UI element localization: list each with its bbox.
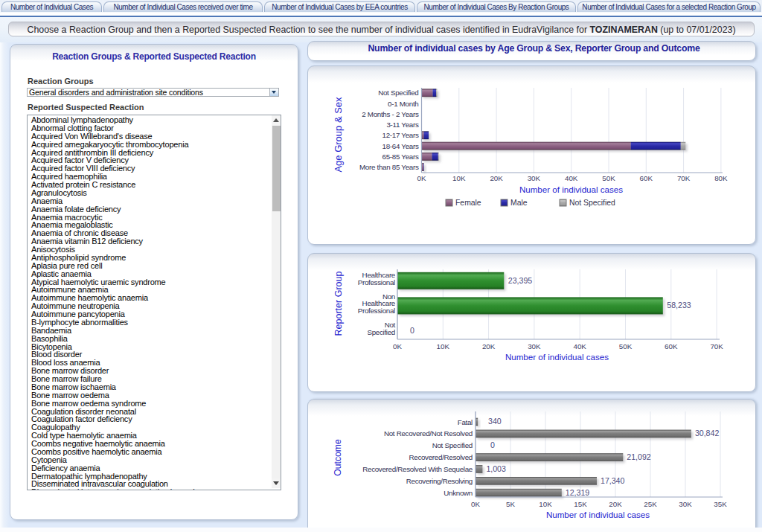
- svg-text:20K: 20K: [490, 174, 503, 182]
- svg-text:Not Specified: Not Specified: [432, 441, 473, 449]
- svg-text:5K: 5K: [506, 500, 515, 508]
- svg-text:1,003: 1,003: [486, 464, 506, 473]
- svg-text:2 Months - 2 Years: 2 Months - 2 Years: [362, 110, 419, 118]
- svg-text:Number of individual cases: Number of individual cases: [505, 352, 609, 362]
- svg-text:Professional: Professional: [358, 278, 395, 286]
- svg-text:Number of individual cases: Number of individual cases: [519, 185, 623, 194]
- svg-text:0: 0: [410, 326, 414, 335]
- svg-text:3-11 Years: 3-11 Years: [386, 121, 419, 129]
- svg-text:10K: 10K: [437, 342, 450, 350]
- svg-text:30K: 30K: [528, 174, 541, 182]
- svg-text:25K: 25K: [644, 500, 657, 508]
- svg-text:Age Group & Sex: Age Group & Sex: [333, 97, 344, 173]
- svg-text:Number of individual cases: Number of individual cases: [546, 510, 650, 519]
- svg-text:40K: 40K: [573, 342, 586, 350]
- svg-text:50K: 50K: [619, 342, 633, 350]
- svg-text:35K: 35K: [714, 500, 727, 508]
- svg-text:Recovering/Resolving: Recovering/Resolving: [406, 477, 473, 485]
- svg-text:0-1 Month: 0-1 Month: [388, 100, 418, 108]
- svg-text:Not Specified: Not Specified: [569, 199, 615, 207]
- svg-text:Reporter Group: Reporter Group: [333, 272, 344, 336]
- svg-text:21,092: 21,092: [627, 452, 651, 461]
- svg-text:65-85 Years: 65-85 Years: [382, 153, 419, 161]
- svg-text:70K: 70K: [677, 174, 691, 182]
- svg-text:23,395: 23,395: [508, 276, 533, 285]
- svg-text:15K: 15K: [574, 500, 587, 508]
- svg-text:0K: 0K: [471, 500, 480, 508]
- svg-text:10K: 10K: [539, 500, 552, 508]
- svg-text:Professional: Professional: [358, 307, 395, 315]
- svg-text:Male: Male: [510, 199, 528, 207]
- svg-text:Not Recovered/Not Resolved: Not Recovered/Not Resolved: [384, 429, 473, 438]
- svg-text:20K: 20K: [482, 342, 496, 350]
- svg-text:60K: 60K: [640, 174, 653, 182]
- svg-text:30,842: 30,842: [695, 429, 720, 438]
- svg-text:Recovered/Resolved With Sequel: Recovered/Resolved With Sequelae: [362, 465, 473, 473]
- svg-text:Female: Female: [455, 199, 481, 207]
- svg-text:30K: 30K: [679, 500, 692, 508]
- svg-text:More than 85 Years: More than 85 Years: [359, 163, 419, 171]
- svg-text:Not Specified: Not Specified: [378, 89, 418, 97]
- svg-text:17,340: 17,340: [601, 476, 625, 485]
- svg-text:40K: 40K: [565, 174, 578, 182]
- svg-text:Outcome: Outcome: [333, 439, 343, 476]
- svg-text:60K: 60K: [665, 342, 678, 350]
- svg-text:Unknown: Unknown: [444, 489, 473, 497]
- svg-text:70K: 70K: [710, 342, 723, 350]
- svg-text:80K: 80K: [714, 174, 728, 182]
- svg-text:18-64 Years: 18-64 Years: [382, 142, 419, 150]
- svg-text:20K: 20K: [609, 500, 622, 508]
- svg-text:0K: 0K: [417, 174, 426, 182]
- svg-text:50K: 50K: [602, 174, 615, 182]
- svg-text:Specified: Specified: [367, 328, 395, 336]
- svg-text:340: 340: [488, 417, 502, 426]
- svg-text:Recovered/Resolved: Recovered/Resolved: [409, 453, 473, 461]
- svg-text:12-17 Years: 12-17 Years: [382, 131, 419, 139]
- svg-text:58,233: 58,233: [667, 301, 691, 310]
- svg-text:10K: 10K: [452, 174, 466, 182]
- svg-text:0K: 0K: [393, 342, 402, 350]
- svg-text:30K: 30K: [528, 342, 541, 350]
- svg-text:0: 0: [490, 440, 495, 449]
- svg-text:Fatal: Fatal: [458, 418, 473, 426]
- svg-text:12,319: 12,319: [566, 488, 590, 497]
